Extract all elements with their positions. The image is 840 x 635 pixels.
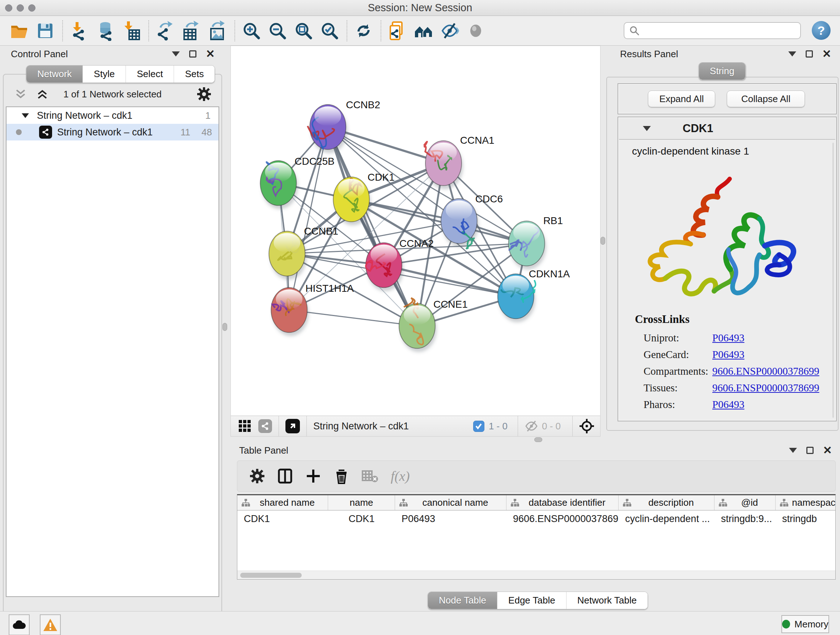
network-node-cdk1[interactable]: CDK1 [333, 172, 395, 226]
toolbar-separator [234, 20, 235, 41]
export-table-icon[interactable] [181, 20, 202, 41]
import-network-database-icon[interactable] [95, 20, 116, 41]
tab-style[interactable]: Style [82, 65, 126, 82]
crosslink-link[interactable]: P06493 [712, 348, 745, 361]
zoom-out-icon[interactable] [267, 20, 288, 41]
node-label: CDK1 [368, 172, 395, 183]
zoom-fit-icon[interactable] [293, 20, 314, 41]
main-toolbar: ? [0, 16, 840, 46]
network-node-cdkn1a[interactable]: CDKN1A [498, 268, 570, 322]
network-node-hist1h1a[interactable]: HIST1H1A [271, 283, 354, 336]
tab-network[interactable]: Network [27, 65, 82, 82]
crosslink-link[interactable]: 9606.ENSP00000378699 [712, 365, 819, 377]
column-header-namespace[interactable]: namespace [775, 495, 836, 510]
network-node-ccna1[interactable]: CCNA1 [424, 135, 494, 189]
cloud-status-button[interactable] [9, 614, 30, 635]
selected-nodes-checkbox[interactable] [473, 421, 485, 432]
import-table-icon[interactable] [121, 20, 142, 41]
export-image-icon[interactable] [207, 20, 228, 41]
network-node-cdc25b[interactable]: CDC25B [260, 156, 334, 209]
column-header-database-identifier[interactable]: database identifier [507, 495, 619, 510]
column-header-description[interactable]: description [619, 495, 714, 510]
panel-close-icon[interactable]: ✕ [822, 50, 831, 57]
fit-selected-crosshair-icon[interactable] [579, 418, 594, 434]
network-graph[interactable]: CCNB2CCNA1CDC25BCDK1CDC6RB1CCNB1CCNA2CDK… [231, 46, 600, 416]
birdseye-view-icon[interactable] [286, 419, 300, 433]
crosslink-link[interactable]: P06493 [712, 399, 745, 410]
gene-entry-header[interactable]: CDK1 [619, 118, 835, 140]
column-header--id[interactable]: @id [714, 495, 775, 510]
table-horizontal-scrollbar[interactable] [237, 570, 835, 579]
results-scrollbar[interactable] [832, 143, 834, 418]
tab-edge-table[interactable]: Edge Table [497, 592, 566, 609]
table-options-gear-icon[interactable] [249, 469, 265, 484]
panel-menu-icon[interactable] [172, 51, 180, 57]
clone-network-icon[interactable] [387, 20, 408, 41]
scrollbar-thumb[interactable] [240, 573, 302, 578]
hide-selected-eye-slash-icon[interactable] [439, 20, 460, 41]
tab-sets[interactable]: Sets [174, 65, 215, 82]
tree-expand-icon[interactable] [22, 113, 29, 118]
delete-table-icon[interactable] [362, 469, 378, 483]
panel-close-icon[interactable]: ✕ [823, 447, 832, 454]
neighbors-houses-icon[interactable] [413, 20, 434, 41]
column-header-canonical-name[interactable]: canonical name [395, 495, 507, 510]
zoom-in-icon[interactable] [241, 20, 262, 41]
crosslink-row: GeneCard:P06493 [644, 346, 832, 363]
panel-float-icon[interactable] [806, 447, 813, 454]
column-header-name[interactable]: name [328, 495, 395, 510]
network-node-cdc6[interactable]: CDC6 [441, 193, 503, 249]
network-node-ccnb2[interactable]: CCNB2 [308, 99, 380, 153]
collapse-entry-icon[interactable] [643, 126, 651, 131]
network-row-selected[interactable]: String Network – cdk1 11 48 [6, 124, 218, 141]
network-node-ccnb1[interactable]: CCNB1 [269, 226, 338, 279]
crosslink-link[interactable]: 9606.ENSP00000378699 [712, 382, 819, 394]
panel-float-icon[interactable] [189, 50, 196, 57]
column-header-shared-name[interactable]: shared name [237, 495, 328, 510]
tab-string[interactable]: String [699, 63, 745, 80]
tab-select[interactable]: Select [126, 65, 174, 82]
network-options-gear-icon[interactable] [197, 87, 211, 101]
export-network-icon[interactable] [155, 20, 176, 41]
help-icon[interactable]: ? [812, 21, 831, 40]
collapse-all-button[interactable]: Collapse All [727, 90, 805, 107]
show-all-eye-icon[interactable] [465, 20, 486, 41]
network-view-icon[interactable] [258, 419, 272, 433]
save-session-icon[interactable] [35, 20, 56, 41]
delete-column-icon[interactable] [333, 468, 349, 484]
show-columns-icon[interactable] [277, 468, 293, 484]
table-cell: cyclin-dependent ... [619, 510, 714, 527]
network-node-rb1[interactable]: RB1 [508, 215, 563, 270]
panel-float-icon[interactable] [806, 50, 813, 57]
network-collection-row[interactable]: String Network – cdk1 1 [6, 107, 218, 124]
crosslink-row: Pharos:P06493 [644, 396, 832, 413]
panel-menu-icon[interactable] [788, 51, 796, 57]
expand-all-button[interactable]: Expand All [648, 90, 715, 107]
crosslinks-list: Uniprot:P06493GeneCard:P06493Compartment… [644, 329, 832, 413]
function-builder-icon[interactable]: f(x) [391, 468, 410, 484]
network-edge[interactable] [328, 127, 417, 326]
import-network-file-icon[interactable] [69, 20, 90, 41]
tab-node-table[interactable]: Node Table [428, 592, 497, 609]
node-label: CDC25B [294, 156, 334, 167]
refresh-icon[interactable] [353, 20, 374, 41]
crosslink-link[interactable]: P06493 [712, 332, 745, 344]
table-row[interactable]: CDK1CDK1P064939606.ENSP00000378699cyclin… [237, 510, 835, 527]
panel-menu-icon[interactable] [789, 448, 797, 453]
memory-button[interactable]: Memory [782, 615, 829, 633]
panel-close-icon[interactable]: ✕ [206, 50, 215, 57]
tab-network-table[interactable]: Network Table [566, 592, 647, 609]
bottom-splitter-handle[interactable] [534, 437, 542, 442]
network-view-toolbar: String Network – cdk1 1 - 0 0 - 0 [231, 416, 600, 436]
warnings-button[interactable] [40, 614, 61, 635]
grid-view-icon[interactable] [238, 419, 252, 433]
add-column-icon[interactable] [305, 468, 321, 484]
open-session-icon[interactable] [9, 20, 30, 41]
table-panel: Table Panel ✕ f(x) shared namenamecanoni… [233, 442, 840, 611]
left-splitter-handle[interactable] [223, 323, 227, 331]
network-node-ccne1[interactable]: CCNE1 [399, 298, 468, 352]
search-field[interactable] [624, 22, 801, 39]
zoom-selected-icon[interactable] [319, 20, 340, 41]
search-input[interactable] [643, 25, 788, 36]
application-window: Session: New Session [0, 0, 840, 635]
